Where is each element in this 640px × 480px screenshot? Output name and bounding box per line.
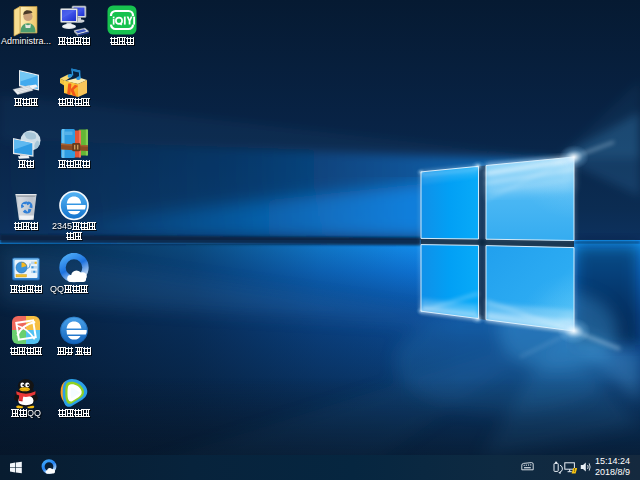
svg-text:!: ! <box>574 467 576 473</box>
